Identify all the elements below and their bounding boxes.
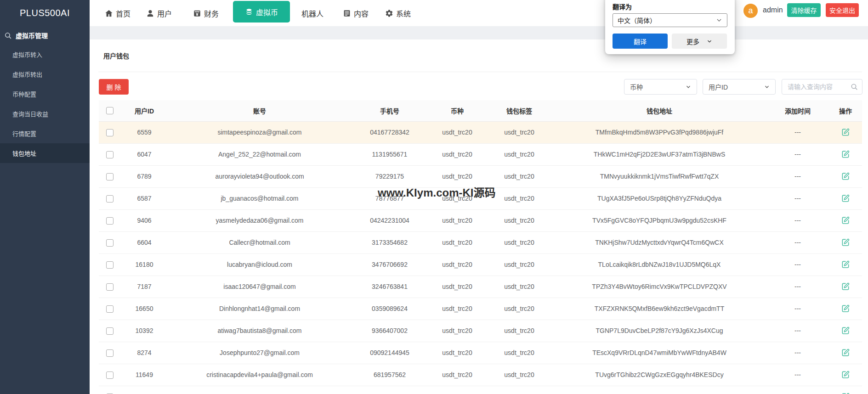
title-divider [98, 72, 862, 72]
edit-icon[interactable] [841, 304, 850, 313]
row-checkbox[interactable] [106, 261, 113, 269]
userid-filter-select[interactable]: 用户ID [703, 79, 776, 95]
table-row: 16650 Dinhlongnhat14@gmail.com 035908962… [99, 298, 862, 320]
cell-phone: 1131955671 [351, 143, 428, 165]
sidebar-item-crypto-transfer-in[interactable]: 虚拟币转入 [0, 45, 90, 64]
row-checkbox[interactable] [106, 283, 113, 291]
edit-icon[interactable] [841, 370, 850, 379]
edit-icon[interactable] [841, 128, 850, 137]
search-icon[interactable] [851, 83, 858, 90]
cell-phone: 681957562 [351, 364, 428, 386]
edit-icon[interactable] [841, 238, 850, 247]
cell-added-time: --- [766, 209, 829, 231]
edit-icon[interactable] [841, 326, 850, 335]
cell-wallet-label: usdt_trc20 [486, 165, 552, 187]
cell-added-time: --- [766, 231, 829, 253]
delete-button[interactable]: 删 除 [99, 79, 129, 95]
avatar[interactable]: a [743, 4, 758, 18]
row-checkbox[interactable] [106, 129, 113, 136]
nav-item-users[interactable]: 用户 [146, 0, 172, 26]
col-wallet-label: 钱包标签 [486, 100, 552, 121]
cell-wallet-label: usdt_trc20 [486, 231, 552, 253]
logout-button[interactable]: 安全退出 [826, 3, 859, 17]
cell-coin: usdt_trc20 [428, 276, 486, 298]
row-checkbox[interactable] [106, 151, 113, 158]
nav-item-crypto[interactable]: 虚拟币 [233, 1, 290, 23]
table-body: 6559 simtapeespinoza@gmail.com 041677283… [99, 121, 862, 394]
more-button[interactable]: 更多 [672, 34, 727, 49]
table-row [99, 386, 862, 394]
cell-user-id: 10392 [120, 320, 168, 342]
coin-filter-select[interactable]: 币种 [624, 79, 697, 95]
row-checkbox[interactable] [106, 173, 113, 180]
cell-wallet-label: usdt_trc20 [486, 276, 552, 298]
cell-phone: 3246763841 [351, 276, 428, 298]
sidebar-item-coin-config[interactable]: 币种配置 [0, 84, 90, 104]
content-icon [343, 9, 351, 17]
cell-account: lucabryan@icloud.com [168, 253, 351, 276]
cell-wallet-address: TLoLcaikqik8rLdbNZwJ18v1UJD5MQ6LqX [552, 253, 766, 276]
cell-account: Dinhlongnhat14@gmail.com [168, 298, 351, 320]
sidebar-heading: 虚拟币管理 [0, 28, 90, 43]
cell-wallet-label: usdt_trc20 [486, 187, 552, 209]
page-title: 用户钱包 [103, 51, 129, 60]
clear-cache-button[interactable]: 清除缓存 [787, 3, 821, 17]
edit-icon[interactable] [841, 392, 850, 394]
row-checkbox-cell [99, 209, 120, 231]
row-checkbox[interactable] [106, 349, 113, 357]
edit-icon[interactable] [841, 348, 850, 357]
cell-user-id: 8274 [120, 342, 168, 364]
nav-item-finance[interactable]: 财务 [193, 0, 219, 26]
sidebar-item-daily-earnings[interactable]: 查询当日收益 [0, 104, 90, 124]
cell-wallet-address: TMNvyuukkiknmk1jVmsTiwfRwfFwtt7qZX [552, 165, 766, 187]
edit-icon[interactable] [841, 172, 850, 181]
cell-added-time: --- [766, 143, 829, 165]
table-header-row: 用户ID 账号 手机号 币种 钱包标签 钱包地址 添加时间 操作 [99, 100, 862, 121]
edit-icon[interactable] [841, 194, 850, 203]
cell-user-id: 6587 [120, 187, 168, 209]
row-checkbox-cell [99, 386, 120, 394]
nav-item-system[interactable]: 系统 [385, 0, 411, 26]
nav-item-robot[interactable]: 机器人 [301, 0, 323, 26]
row-checkbox[interactable] [106, 371, 113, 379]
nav-item-home[interactable]: 首页 [105, 0, 130, 26]
nav-item-content[interactable]: 内容 [343, 0, 369, 26]
row-checkbox-cell [99, 320, 120, 342]
translate-button[interactable]: 翻译 [613, 34, 668, 49]
watermark: www.KIym.com-KI源码 [378, 184, 493, 200]
edit-icon[interactable] [841, 150, 850, 159]
row-checkbox[interactable] [106, 305, 113, 313]
cell-actions [829, 276, 862, 298]
sidebar-item-market-config[interactable]: 行情配置 [0, 124, 90, 143]
cell-account: jb_guanacos@hotmail.com [168, 187, 351, 209]
sidebar-item-crypto-transfer-out[interactable]: 虚拟币转出 [0, 64, 90, 84]
cell-user-id: 9406 [120, 209, 168, 231]
edit-icon[interactable] [841, 282, 850, 291]
gear-icon [385, 9, 393, 17]
cell-phone: 09092144945 [351, 342, 428, 364]
language-select[interactable]: 中文（简体） [613, 13, 727, 27]
coins-icon [245, 8, 253, 16]
cell-wallet-address: TVx5FgGVC8oYFQJPbqmU3w9pgdu52csKHF [552, 209, 766, 231]
cell-actions [829, 165, 862, 187]
cell-phone: 04167728342 [351, 121, 428, 143]
cell-wallet-label: usdt_trc20 [486, 320, 552, 342]
cell-account: Josephpunto27@gmail.com [168, 342, 351, 364]
row-checkbox[interactable] [106, 327, 113, 335]
edit-icon[interactable] [841, 216, 850, 225]
cell-wallet-label [486, 386, 552, 394]
chevron-down-icon [764, 84, 770, 90]
row-checkbox[interactable] [106, 217, 113, 225]
row-checkbox[interactable] [106, 239, 113, 247]
cell-user-id: 6047 [120, 143, 168, 165]
select-all-checkbox[interactable] [106, 107, 113, 114]
cell-added-time: --- [766, 320, 829, 342]
language-select-value: 中文（简体） [618, 16, 656, 25]
sidebar-item-wallet-address[interactable]: 钱包地址 [0, 143, 90, 163]
row-checkbox[interactable] [106, 195, 113, 203]
edit-icon[interactable] [841, 260, 850, 269]
finance-icon [193, 9, 201, 17]
row-checkbox-cell [99, 364, 120, 386]
cell-coin: usdt_trc20 [428, 364, 486, 386]
table-row: 11649 cristinacapdevila4+paula@gmail.com… [99, 364, 862, 386]
